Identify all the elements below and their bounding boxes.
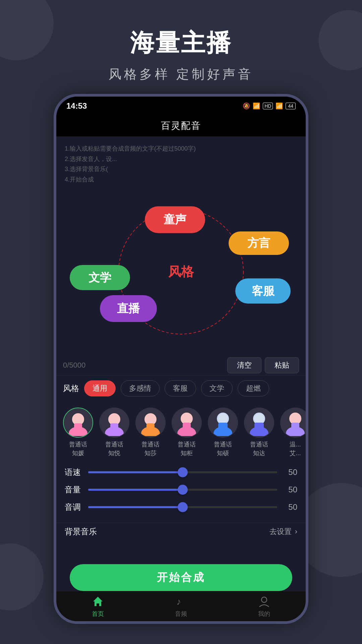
bg-decoration-4 [0, 543, 44, 610]
voice-label-zhigui: 普通话知柜 [178, 440, 196, 457]
avatar-zhishuo [208, 408, 238, 438]
nav-label-audio: 音频 [175, 610, 187, 618]
phone-frame: 14:53 🔕 📶 HD 📶 44 百灵配音 1.输入或粘贴需要合成音频的文字(… [54, 94, 308, 624]
speed-slider-track[interactable] [88, 471, 277, 473]
volume-value: 50 [282, 485, 297, 494]
svg-rect-8 [110, 423, 118, 430]
center-style-label: 风格 [168, 263, 194, 280]
svg-rect-12 [146, 423, 155, 430]
svg-text:♪: ♪ [176, 596, 181, 607]
style-tag-duoganqing[interactable]: 多感情 [121, 380, 160, 396]
app-header: 百灵配音 [56, 115, 306, 137]
bottom-nav: 首页 ♪ 音频 我的 [56, 591, 306, 621]
voice-label-zhisha: 普通话知莎 [141, 440, 160, 457]
volume-slider-thumb[interactable] [178, 485, 188, 495]
style-tag-tongyong[interactable]: 通用 [84, 380, 116, 396]
style-tag-chaoran[interactable]: 超燃 [238, 380, 269, 396]
pitch-slider-fill [88, 506, 183, 508]
pitch-slider-track[interactable] [88, 506, 277, 508]
svg-rect-28 [291, 423, 299, 429]
nav-item-profile[interactable]: 我的 [257, 595, 271, 618]
svg-point-27 [291, 414, 300, 423]
action-buttons: 清空 粘贴 [227, 357, 299, 373]
volume-slider-fill [88, 489, 183, 491]
app-title: 百灵配音 [161, 119, 201, 132]
chevron-right-icon: › [295, 527, 297, 536]
nav-item-audio[interactable]: ♪ 音频 [174, 595, 188, 618]
page-sub-title: 风格多样 定制好声音 [0, 66, 362, 83]
pitch-value: 50 [282, 502, 297, 512]
voice-label-zhiyuan: 普通话知媛 [69, 440, 87, 457]
char-counter: 0/5000 [63, 361, 85, 370]
volume-label: 音量 [65, 484, 83, 495]
instruction-line-1: 1.输入或粘贴需要合成音频的文字(不超过5000字) [65, 144, 297, 154]
pitch-label: 音调 [65, 502, 83, 513]
svg-point-15 [182, 414, 191, 423]
voice-item-zhiyuan[interactable]: 普通话知媛 [63, 408, 93, 457]
header-section: 海量主播 风格多样 定制好声音 [0, 0, 362, 83]
voice-label-zhida: 普通话知达 [250, 440, 268, 457]
nav-item-home[interactable]: 首页 [91, 595, 105, 618]
speed-label: 语速 [65, 467, 83, 478]
paste-button[interactable]: 粘贴 [265, 357, 299, 373]
circle-diagram: 风格 童声 方言 文学 客服 直播 [56, 188, 306, 356]
voice-item-zhisha[interactable]: 普通话知莎 [135, 408, 166, 457]
bg-music-label: 背景音乐 [65, 526, 97, 537]
avatar-svg-zhiyuan [65, 409, 92, 436]
speed-slider-row: 语速 50 [65, 467, 297, 478]
voice-item-zhishuo[interactable]: 普通话知硕 [208, 408, 238, 457]
bubble-zhibo[interactable]: 直播 [100, 295, 157, 322]
status-bar: 14:53 🔕 📶 HD 📶 44 [56, 97, 306, 115]
sliders-section: 语速 50 音量 50 [56, 464, 306, 523]
avatar-zhida [244, 408, 274, 438]
avatar-wen [280, 408, 306, 438]
bubble-kefu[interactable]: 客服 [235, 278, 291, 304]
synthesize-button[interactable]: 开始合成 [70, 564, 292, 591]
bubble-fangyan[interactable]: 方言 [229, 231, 289, 255]
bubble-wenxue[interactable]: 文学 [70, 265, 130, 290]
instructions-block: 1.输入或粘贴需要合成音频的文字(不超过5000字) 2.选择发音人，设... … [56, 137, 306, 188]
voice-item-wen[interactable]: 温...艾... [280, 408, 306, 457]
style-tag-wenxue[interactable]: 文学 [201, 380, 233, 396]
avatar-svg-zhigui [173, 409, 200, 436]
voice-item-zhida[interactable]: 普通话知达 [244, 408, 274, 457]
svg-marker-29 [93, 597, 103, 606]
home-svg [92, 595, 104, 607]
voice-item-zhiyue[interactable]: 普通话知悦 [99, 408, 129, 457]
status-icons: 🔕 📶 HD 📶 44 [243, 102, 296, 110]
voice-item-zhigui[interactable]: 普通话知柜 [172, 408, 202, 457]
style-tag-kefu[interactable]: 客服 [165, 380, 196, 396]
style-label: 风格 [63, 383, 79, 394]
wifi-icon: 📶 [253, 102, 260, 110]
pitch-slider-thumb[interactable] [178, 502, 188, 512]
nav-label-profile: 我的 [258, 610, 270, 618]
avatar-zhiyuan [63, 408, 93, 438]
bubble-tongsheng[interactable]: 童声 [145, 206, 205, 233]
user-icon [257, 595, 271, 608]
volume-slider-row: 音量 50 [65, 484, 297, 495]
music-icon: ♪ [174, 595, 188, 608]
voice-label-zhiyue: 普通话知悦 [105, 440, 123, 457]
battery-icon: 44 [286, 103, 296, 109]
speed-slider-thumb[interactable] [178, 467, 188, 477]
voice-avatars-row: 普通话知媛 普通话知悦 [56, 401, 306, 463]
svg-rect-4 [74, 423, 82, 430]
avatar-svg-zhida [246, 409, 273, 436]
style-filter-row: 风格 通用 多感情 客服 文学 超燃 [63, 380, 299, 396]
style-filter-bar: 风格 通用 多感情 客服 文学 超燃 [56, 375, 306, 401]
svg-point-31 [261, 597, 267, 602]
app-content: 1.输入或粘贴需要合成音频的文字(不超过5000字) 2.选择发音人，设... … [56, 137, 306, 591]
bg-music-action[interactable]: 去设置 › [269, 527, 297, 537]
svg-point-7 [110, 415, 119, 424]
status-time: 14:53 [66, 101, 87, 111]
svg-rect-16 [183, 423, 191, 429]
volume-slider-track[interactable] [88, 489, 277, 491]
svg-point-11 [146, 415, 155, 424]
speed-value: 50 [282, 468, 297, 477]
home-icon [91, 595, 105, 608]
clear-button[interactable]: 清空 [227, 357, 261, 373]
phone-mockup: 14:53 🔕 📶 HD 📶 44 百灵配音 1.输入或粘贴需要合成音频的文字(… [54, 94, 308, 624]
nav-label-home: 首页 [92, 610, 104, 618]
instruction-line-3: 3.选择背景音乐( [65, 164, 297, 174]
signal-icon: 📶 [276, 102, 283, 110]
